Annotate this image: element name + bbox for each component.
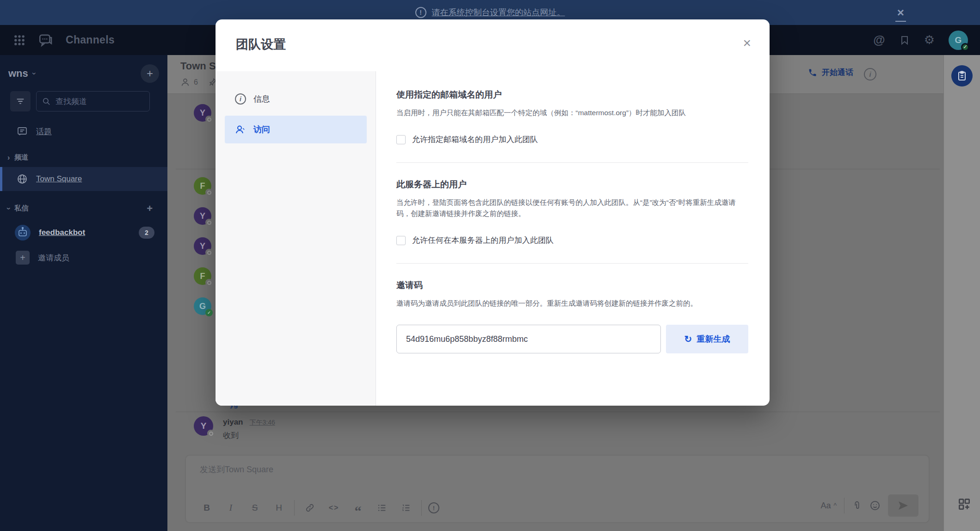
- avatar-initial: F: [200, 181, 205, 191]
- message: yiyan下午3:46 收到: [223, 418, 275, 441]
- status-offline-icon: [207, 430, 215, 437]
- section-title: 使用指定的邮箱域名的用户: [396, 89, 748, 101]
- message-avatar[interactable]: F: [194, 177, 211, 195]
- message-author[interactable]: yiyan: [223, 418, 243, 426]
- modal-sidebar: i 信息 访问: [216, 71, 376, 406]
- bullet-list-button[interactable]: [373, 499, 391, 517]
- status-offline-icon: [205, 189, 213, 196]
- checkbox-label[interactable]: 允许任何在本服务器上的用户加入此团队: [412, 235, 554, 246]
- sidebar-item-label: 邀请成员: [38, 253, 69, 263]
- section-description: 当启用时，用户只能在其邮箱匹配一个特定的域（例如：“mattermost.org…: [396, 107, 748, 118]
- toolbar-divider: [294, 500, 295, 516]
- regenerate-button[interactable]: ↻ 重新生成: [666, 325, 748, 353]
- mentions-icon[interactable]: @: [873, 33, 885, 47]
- chevron-down-icon: ›: [30, 72, 38, 74]
- numbered-list-button[interactable]: [397, 499, 415, 517]
- strikethrough-button[interactable]: S: [246, 499, 264, 517]
- threads-icon: [17, 126, 28, 137]
- italic-button[interactable]: I: [222, 499, 240, 517]
- status-online-icon: ✓: [205, 309, 213, 316]
- product-name: Channels: [66, 34, 115, 46]
- sidebar-item-town-square[interactable]: Town Square: [0, 167, 167, 191]
- quote-button[interactable]: “: [349, 499, 367, 517]
- tab-label: 信息: [253, 93, 270, 105]
- search-input[interactable]: 查找频道: [36, 91, 150, 111]
- modal-content: 使用指定的邮箱域名的用户 当启用时，用户只能在其邮箱匹配一个特定的域（例如：“m…: [376, 71, 770, 406]
- dm-category-label: 私信: [14, 204, 28, 213]
- bold-button[interactable]: B: [198, 499, 216, 517]
- sidebar-item-threads[interactable]: 话题: [0, 120, 167, 143]
- dm-category[interactable]: › 私信 +: [0, 204, 167, 213]
- checkbox-email-domain[interactable]: [396, 135, 406, 144]
- globe-icon: [17, 173, 28, 185]
- channel-info-icon[interactable]: i: [864, 68, 876, 80]
- sidebar-item-label: feedbackbot: [39, 228, 85, 237]
- message-avatar[interactable]: F: [194, 267, 211, 285]
- composer-placeholder: 发送到Town Square: [200, 464, 273, 475]
- avatar-initial: Y: [200, 108, 205, 118]
- add-dm-button[interactable]: +: [147, 203, 153, 215]
- team-settings-modal: 团队设置 × i 信息 访问 使用指定的邮箱域名的用户 当启用时，用户只能在其邮…: [216, 19, 770, 406]
- link-button[interactable]: [301, 499, 319, 517]
- search-placeholder: 查找频道: [55, 96, 87, 107]
- settings-gear-icon[interactable]: ⚙: [924, 33, 935, 47]
- message-avatar[interactable]: Y: [194, 237, 211, 255]
- send-button[interactable]: [888, 494, 918, 517]
- section-description: 当允许时，登陆页面将包含此团队的链接以便任何有账号的人加入此团队。从“是”改为“…: [396, 197, 748, 219]
- right-rail: [943, 55, 980, 531]
- playbooks-icon[interactable]: [951, 65, 973, 86]
- banner-close-icon[interactable]: ×: [895, 6, 906, 22]
- sidebar-item-feedbackbot[interactable]: feedbackbot 2: [0, 221, 167, 245]
- avatar-initial: F: [200, 272, 205, 281]
- banner-text[interactable]: 请在系统控制台设置您的站点网址。: [432, 7, 565, 18]
- invite-code-input[interactable]: [396, 325, 661, 353]
- heading-button[interactable]: H: [270, 499, 288, 517]
- emoji-icon[interactable]: [869, 500, 881, 511]
- attachment-icon[interactable]: [852, 500, 862, 511]
- team-name: wns: [8, 68, 28, 80]
- sidebar-item-invite-members[interactable]: + 邀请成员: [0, 246, 167, 270]
- message-composer[interactable]: 发送到Town Square B I S H <> “ ! Aa ^: [185, 455, 930, 523]
- add-channel-button[interactable]: +: [141, 64, 159, 83]
- phone-icon: [808, 68, 817, 77]
- tab-access[interactable]: 访问: [225, 116, 367, 143]
- members-icon[interactable]: [180, 77, 190, 87]
- sidebar-item-label: 话题: [36, 126, 52, 137]
- avatar-initial: Y: [201, 421, 207, 431]
- apps-bar-icon[interactable]: [957, 497, 972, 512]
- section-email-domain: 使用指定的邮箱域名的用户 当启用时，用户只能在其邮箱匹配一个特定的域（例如：“m…: [396, 89, 748, 145]
- modal-close-icon[interactable]: ×: [743, 35, 751, 51]
- chevron-right-icon: ›: [7, 154, 10, 162]
- formatting-help-icon[interactable]: !: [428, 502, 439, 513]
- checkbox-label[interactable]: 允许指定邮箱域名的用户加入此团队: [412, 134, 538, 145]
- user-avatar[interactable]: G ✓: [949, 31, 968, 50]
- message-avatar[interactable]: Y: [194, 104, 211, 122]
- code-button[interactable]: <>: [325, 499, 343, 517]
- checkbox-open-server[interactable]: [396, 236, 406, 245]
- aa-label: Aa: [820, 501, 831, 511]
- message-timestamp[interactable]: 下午3:46: [249, 419, 275, 426]
- channels-category[interactable]: › 频道: [0, 153, 167, 162]
- channel-sidebar: wns › + 查找频道 话题 › 频道 Town Square › 私信 +: [0, 55, 167, 531]
- caret-icon: ^: [833, 502, 837, 509]
- section-server-users: 此服务器上的用户 当允许时，登陆页面将包含此团队的链接以便任何有账号的人加入此团…: [396, 179, 748, 246]
- team-menu[interactable]: wns › +: [8, 62, 159, 85]
- channels-category-label: 频道: [14, 153, 28, 162]
- message-avatar[interactable]: G✓: [194, 297, 211, 315]
- status-offline-icon: [205, 279, 213, 286]
- status-offline-icon: [205, 219, 213, 226]
- message-avatar[interactable]: Y: [194, 416, 213, 436]
- tab-info[interactable]: i 信息: [225, 85, 367, 113]
- filter-button[interactable]: [10, 91, 31, 111]
- saved-posts-icon[interactable]: [899, 35, 910, 46]
- text-size-button[interactable]: Aa ^: [820, 501, 837, 511]
- message-avatar[interactable]: Y: [194, 207, 211, 225]
- app-root: ! 请在系统控制台设置您的站点网址。 × Channels @ ⚙ G ✓: [0, 0, 980, 531]
- member-count[interactable]: 6: [194, 78, 198, 86]
- invite-plus-icon: +: [16, 251, 30, 265]
- avatar-initial: Y: [200, 211, 205, 221]
- apps-grid-icon[interactable]: [13, 34, 26, 47]
- info-icon: i: [235, 93, 246, 105]
- start-call-button[interactable]: 开始通话: [808, 67, 853, 78]
- section-description: 邀请码为邀请成员到此团队的链接的唯一部分。重新生成邀请码将创建新的链接并作废之前…: [396, 298, 748, 309]
